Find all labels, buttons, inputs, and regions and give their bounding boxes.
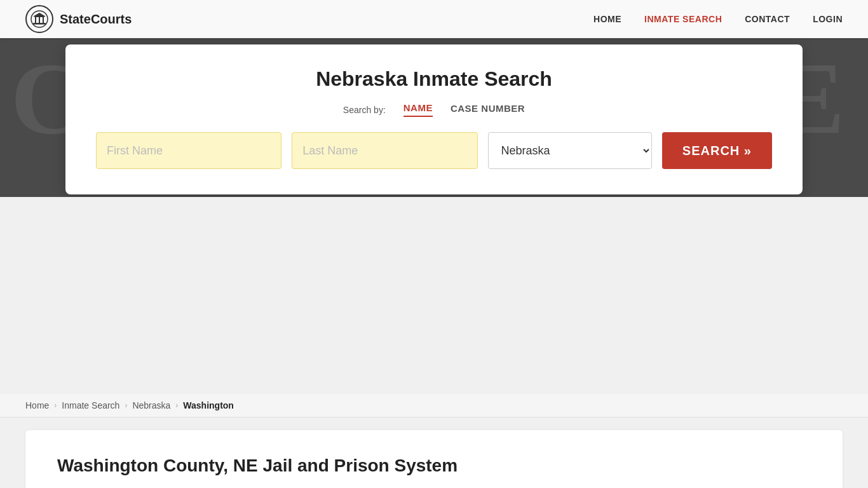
nav-link-login[interactable]: LOGIN <box>813 14 843 24</box>
breadcrumb-sep-2: › <box>125 401 127 410</box>
nav-link-home[interactable]: HOME <box>593 14 621 24</box>
nav-link-inmate-search[interactable]: INMATE SEARCH <box>644 14 722 24</box>
breadcrumb: Home › Inmate Search › Nebraska › Washin… <box>0 394 868 417</box>
nav-link-contact[interactable]: CONTACT <box>745 14 790 24</box>
county-title: Washington County, NE Jail and Prison Sy… <box>57 456 811 476</box>
state-select-wrap: Nebraska Alabama Alaska Arizona Arkansas… <box>488 132 652 169</box>
nav-item-login[interactable]: LOGIN <box>813 13 843 25</box>
search-card-title: Nebraska Inmate Search <box>96 67 772 91</box>
search-inputs-row: Nebraska Alabama Alaska Arizona Arkansas… <box>96 132 772 169</box>
svg-rect-5 <box>43 17 44 23</box>
breadcrumb-inmate-search[interactable]: Inmate Search <box>62 400 119 410</box>
svg-marker-6 <box>33 13 46 17</box>
breadcrumb-nebraska[interactable]: Nebraska <box>132 400 170 410</box>
search-card: Nebraska Inmate Search Search by: NAME C… <box>65 44 803 194</box>
nav-item-home[interactable]: HOME <box>593 13 621 25</box>
search-button[interactable]: SEARCH » <box>662 132 772 169</box>
svg-rect-3 <box>35 17 36 23</box>
breadcrumb-sep-3: › <box>175 401 178 410</box>
state-select[interactable]: Nebraska Alabama Alaska Arizona Arkansas… <box>488 132 652 169</box>
svg-rect-1 <box>33 23 46 25</box>
main-content: Washington County, NE Jail and Prison Sy… <box>25 430 843 488</box>
breadcrumb-home[interactable]: Home <box>25 400 49 410</box>
tab-case-number[interactable]: CASE NUMBER <box>451 103 525 116</box>
logo-text: StateCourts <box>60 12 132 27</box>
search-by-row: Search by: NAME CASE NUMBER <box>96 102 772 117</box>
nav-links: HOME INMATE SEARCH CONTACT LOGIN <box>593 13 843 25</box>
tab-name[interactable]: NAME <box>403 102 433 117</box>
navbar: StateCourts HOME INMATE SEARCH CONTACT L… <box>0 0 868 38</box>
last-name-input[interactable] <box>292 132 477 169</box>
nav-item-inmate-search[interactable]: INMATE SEARCH <box>644 13 722 25</box>
svg-rect-4 <box>39 17 40 23</box>
logo-icon <box>25 5 53 33</box>
search-by-label: Search by: <box>343 105 386 115</box>
breadcrumb-sep-1: › <box>54 401 57 410</box>
first-name-input[interactable] <box>96 132 281 169</box>
hero-section: COURTHOUSE StateCourts HOME <box>0 0 868 197</box>
breadcrumb-current: Washington <box>183 400 234 410</box>
nav-item-contact[interactable]: CONTACT <box>745 13 790 25</box>
site-logo[interactable]: StateCourts <box>25 5 132 33</box>
